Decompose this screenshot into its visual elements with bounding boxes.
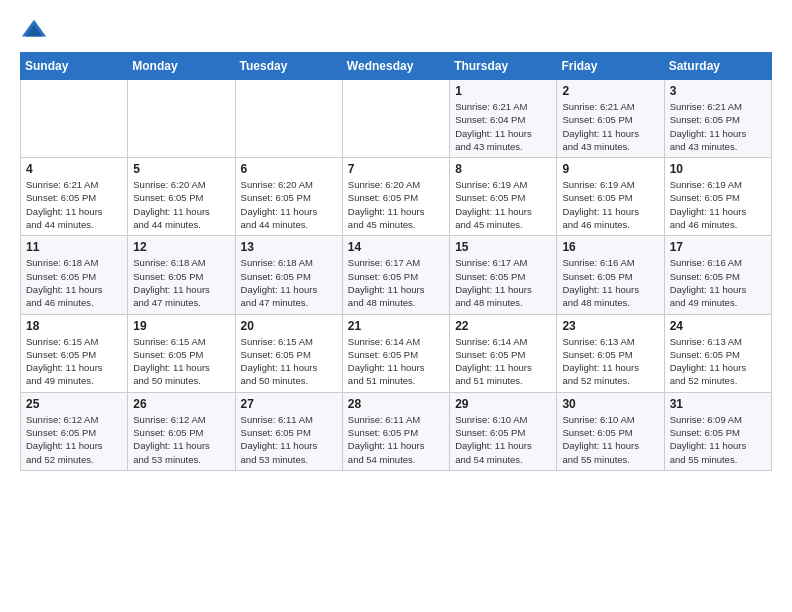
day-info: Sunrise: 6:18 AM Sunset: 6:05 PM Dayligh… — [26, 256, 122, 309]
day-number: 5 — [133, 162, 229, 176]
calendar-cell: 25Sunrise: 6:12 AM Sunset: 6:05 PM Dayli… — [21, 392, 128, 470]
day-number: 16 — [562, 240, 658, 254]
day-info: Sunrise: 6:19 AM Sunset: 6:05 PM Dayligh… — [562, 178, 658, 231]
calendar-cell: 7Sunrise: 6:20 AM Sunset: 6:05 PM Daylig… — [342, 158, 449, 236]
calendar-cell: 26Sunrise: 6:12 AM Sunset: 6:05 PM Dayli… — [128, 392, 235, 470]
day-number: 28 — [348, 397, 444, 411]
calendar-cell — [342, 80, 449, 158]
calendar-cell: 6Sunrise: 6:20 AM Sunset: 6:05 PM Daylig… — [235, 158, 342, 236]
day-info: Sunrise: 6:17 AM Sunset: 6:05 PM Dayligh… — [455, 256, 551, 309]
calendar-cell: 29Sunrise: 6:10 AM Sunset: 6:05 PM Dayli… — [450, 392, 557, 470]
day-info: Sunrise: 6:21 AM Sunset: 6:05 PM Dayligh… — [26, 178, 122, 231]
calendar-cell: 9Sunrise: 6:19 AM Sunset: 6:05 PM Daylig… — [557, 158, 664, 236]
weekday-header-sunday: Sunday — [21, 53, 128, 80]
day-number: 30 — [562, 397, 658, 411]
weekday-header-wednesday: Wednesday — [342, 53, 449, 80]
calendar-cell: 21Sunrise: 6:14 AM Sunset: 6:05 PM Dayli… — [342, 314, 449, 392]
day-info: Sunrise: 6:20 AM Sunset: 6:05 PM Dayligh… — [348, 178, 444, 231]
day-number: 19 — [133, 319, 229, 333]
day-number: 29 — [455, 397, 551, 411]
day-number: 11 — [26, 240, 122, 254]
calendar-cell: 27Sunrise: 6:11 AM Sunset: 6:05 PM Dayli… — [235, 392, 342, 470]
calendar-cell: 14Sunrise: 6:17 AM Sunset: 6:05 PM Dayli… — [342, 236, 449, 314]
day-info: Sunrise: 6:21 AM Sunset: 6:05 PM Dayligh… — [562, 100, 658, 153]
day-number: 6 — [241, 162, 337, 176]
day-info: Sunrise: 6:15 AM Sunset: 6:05 PM Dayligh… — [26, 335, 122, 388]
calendar-cell: 11Sunrise: 6:18 AM Sunset: 6:05 PM Dayli… — [21, 236, 128, 314]
day-number: 20 — [241, 319, 337, 333]
day-number: 3 — [670, 84, 766, 98]
day-info: Sunrise: 6:11 AM Sunset: 6:05 PM Dayligh… — [241, 413, 337, 466]
day-info: Sunrise: 6:16 AM Sunset: 6:05 PM Dayligh… — [562, 256, 658, 309]
day-info: Sunrise: 6:18 AM Sunset: 6:05 PM Dayligh… — [241, 256, 337, 309]
day-number: 10 — [670, 162, 766, 176]
calendar-cell: 17Sunrise: 6:16 AM Sunset: 6:05 PM Dayli… — [664, 236, 771, 314]
calendar-cell: 18Sunrise: 6:15 AM Sunset: 6:05 PM Dayli… — [21, 314, 128, 392]
calendar-cell — [21, 80, 128, 158]
day-number: 24 — [670, 319, 766, 333]
calendar-row-2: 4Sunrise: 6:21 AM Sunset: 6:05 PM Daylig… — [21, 158, 772, 236]
calendar-cell: 30Sunrise: 6:10 AM Sunset: 6:05 PM Dayli… — [557, 392, 664, 470]
day-number: 22 — [455, 319, 551, 333]
calendar-cell — [235, 80, 342, 158]
calendar-cell: 13Sunrise: 6:18 AM Sunset: 6:05 PM Dayli… — [235, 236, 342, 314]
weekday-header-thursday: Thursday — [450, 53, 557, 80]
calendar-cell: 22Sunrise: 6:14 AM Sunset: 6:05 PM Dayli… — [450, 314, 557, 392]
calendar-row-5: 25Sunrise: 6:12 AM Sunset: 6:05 PM Dayli… — [21, 392, 772, 470]
day-info: Sunrise: 6:17 AM Sunset: 6:05 PM Dayligh… — [348, 256, 444, 309]
calendar-cell: 8Sunrise: 6:19 AM Sunset: 6:05 PM Daylig… — [450, 158, 557, 236]
day-info: Sunrise: 6:18 AM Sunset: 6:05 PM Dayligh… — [133, 256, 229, 309]
day-number: 2 — [562, 84, 658, 98]
day-info: Sunrise: 6:12 AM Sunset: 6:05 PM Dayligh… — [133, 413, 229, 466]
day-info: Sunrise: 6:14 AM Sunset: 6:05 PM Dayligh… — [455, 335, 551, 388]
calendar-cell: 20Sunrise: 6:15 AM Sunset: 6:05 PM Dayli… — [235, 314, 342, 392]
day-number: 18 — [26, 319, 122, 333]
day-info: Sunrise: 6:15 AM Sunset: 6:05 PM Dayligh… — [241, 335, 337, 388]
day-number: 4 — [26, 162, 122, 176]
day-number: 23 — [562, 319, 658, 333]
calendar-row-1: 1Sunrise: 6:21 AM Sunset: 6:04 PM Daylig… — [21, 80, 772, 158]
calendar-cell: 4Sunrise: 6:21 AM Sunset: 6:05 PM Daylig… — [21, 158, 128, 236]
day-info: Sunrise: 6:12 AM Sunset: 6:05 PM Dayligh… — [26, 413, 122, 466]
day-info: Sunrise: 6:10 AM Sunset: 6:05 PM Dayligh… — [455, 413, 551, 466]
day-info: Sunrise: 6:20 AM Sunset: 6:05 PM Dayligh… — [241, 178, 337, 231]
calendar-row-3: 11Sunrise: 6:18 AM Sunset: 6:05 PM Dayli… — [21, 236, 772, 314]
calendar-cell: 28Sunrise: 6:11 AM Sunset: 6:05 PM Dayli… — [342, 392, 449, 470]
calendar: SundayMondayTuesdayWednesdayThursdayFrid… — [20, 52, 772, 471]
day-number: 9 — [562, 162, 658, 176]
day-number: 8 — [455, 162, 551, 176]
weekday-header-friday: Friday — [557, 53, 664, 80]
weekday-header-row: SundayMondayTuesdayWednesdayThursdayFrid… — [21, 53, 772, 80]
day-number: 25 — [26, 397, 122, 411]
day-info: Sunrise: 6:16 AM Sunset: 6:05 PM Dayligh… — [670, 256, 766, 309]
day-number: 13 — [241, 240, 337, 254]
day-info: Sunrise: 6:20 AM Sunset: 6:05 PM Dayligh… — [133, 178, 229, 231]
calendar-cell: 12Sunrise: 6:18 AM Sunset: 6:05 PM Dayli… — [128, 236, 235, 314]
calendar-cell: 24Sunrise: 6:13 AM Sunset: 6:05 PM Dayli… — [664, 314, 771, 392]
calendar-cell: 2Sunrise: 6:21 AM Sunset: 6:05 PM Daylig… — [557, 80, 664, 158]
day-number: 1 — [455, 84, 551, 98]
day-number: 27 — [241, 397, 337, 411]
calendar-cell: 19Sunrise: 6:15 AM Sunset: 6:05 PM Dayli… — [128, 314, 235, 392]
weekday-header-tuesday: Tuesday — [235, 53, 342, 80]
day-info: Sunrise: 6:21 AM Sunset: 6:04 PM Dayligh… — [455, 100, 551, 153]
calendar-cell: 5Sunrise: 6:20 AM Sunset: 6:05 PM Daylig… — [128, 158, 235, 236]
calendar-cell: 10Sunrise: 6:19 AM Sunset: 6:05 PM Dayli… — [664, 158, 771, 236]
calendar-row-4: 18Sunrise: 6:15 AM Sunset: 6:05 PM Dayli… — [21, 314, 772, 392]
day-number: 14 — [348, 240, 444, 254]
day-info: Sunrise: 6:13 AM Sunset: 6:05 PM Dayligh… — [562, 335, 658, 388]
calendar-cell: 31Sunrise: 6:09 AM Sunset: 6:05 PM Dayli… — [664, 392, 771, 470]
day-number: 15 — [455, 240, 551, 254]
day-info: Sunrise: 6:11 AM Sunset: 6:05 PM Dayligh… — [348, 413, 444, 466]
logo — [20, 16, 52, 44]
calendar-cell: 3Sunrise: 6:21 AM Sunset: 6:05 PM Daylig… — [664, 80, 771, 158]
logo-icon — [20, 16, 48, 44]
day-info: Sunrise: 6:10 AM Sunset: 6:05 PM Dayligh… — [562, 413, 658, 466]
day-info: Sunrise: 6:14 AM Sunset: 6:05 PM Dayligh… — [348, 335, 444, 388]
calendar-cell: 16Sunrise: 6:16 AM Sunset: 6:05 PM Dayli… — [557, 236, 664, 314]
page-header — [20, 16, 772, 44]
weekday-header-monday: Monday — [128, 53, 235, 80]
day-info: Sunrise: 6:13 AM Sunset: 6:05 PM Dayligh… — [670, 335, 766, 388]
day-info: Sunrise: 6:19 AM Sunset: 6:05 PM Dayligh… — [455, 178, 551, 231]
day-info: Sunrise: 6:19 AM Sunset: 6:05 PM Dayligh… — [670, 178, 766, 231]
